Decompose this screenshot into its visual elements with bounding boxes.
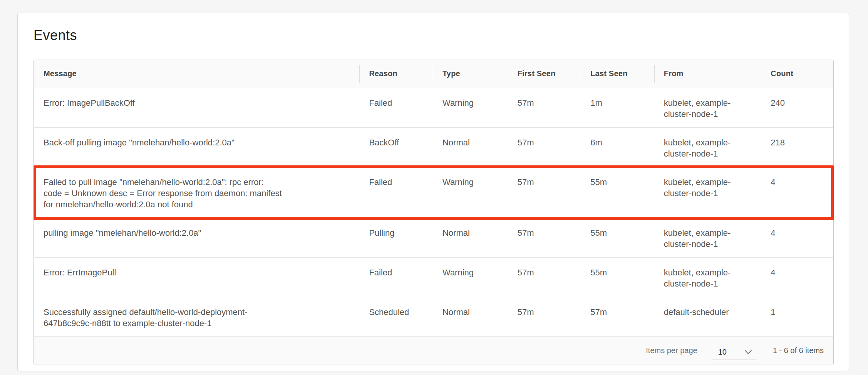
cell-count: 1 (761, 297, 833, 337)
cell-text: 57m (590, 307, 647, 318)
cell-text: Back-off pulling image "nmelehan/hello-w… (44, 137, 282, 148)
pagination-range: 1 - 6 of 6 items (773, 346, 824, 355)
cell-message: Error: ImagePullBackOff (34, 88, 359, 127)
page-title: Events (34, 26, 849, 44)
cell-text: Normal (442, 227, 500, 238)
cell-text: kubelet, example-cluster-node-1 (664, 227, 754, 250)
cell-reason: Failed (359, 88, 433, 127)
cell-text: 57m (518, 177, 573, 188)
items-per-page-label: Items per page (646, 346, 697, 355)
cell-reason: Failed (359, 167, 433, 218)
cell-first_seen: 57m (508, 127, 581, 167)
cell-type: Warning (433, 88, 508, 127)
events-table: MessageReasonTypeFirst SeenLast SeenFrom… (34, 60, 833, 337)
cell-text: kubelet, example-cluster-node-1 (664, 97, 754, 120)
cell-type: Normal (433, 297, 508, 337)
cell-text: Failed to pull image "nmelehan/hello-wor… (44, 177, 282, 210)
cell-text: Scheduled (369, 307, 425, 318)
cell-text: default-scheduler (664, 307, 754, 318)
cell-text: 218 (771, 137, 826, 148)
cell-from: default-scheduler (654, 297, 761, 337)
cell-reason: Failed (359, 257, 433, 297)
cell-from: kubelet, example-cluster-node-1 (654, 167, 761, 218)
cell-reason: Pulling (359, 218, 433, 257)
cell-reason: Scheduled (359, 297, 433, 337)
table-row: Error: ErrImagePullFailedWarning57m55mku… (34, 257, 833, 297)
cell-message: Failed to pull image "nmelehan/hello-wor… (34, 167, 359, 218)
column-header-last_seen: Last Seen (581, 60, 654, 88)
cell-message: Back-off pulling image "nmelehan/hello-w… (34, 127, 359, 167)
cell-last_seen: 55m (581, 257, 654, 297)
cell-text: Failed (369, 177, 425, 188)
cell-count: 4 (761, 218, 833, 257)
cell-from: kubelet, example-cluster-node-1 (654, 257, 761, 297)
cell-text: BackOff (369, 137, 425, 148)
table-row: Successfully assigned default/hello-worl… (34, 297, 833, 337)
cell-first_seen: 57m (508, 167, 581, 218)
cell-last_seen: 55m (581, 218, 654, 257)
cell-text: 57m (518, 97, 573, 108)
cell-text: 55m (590, 177, 647, 188)
table-row: pulling image "nmelehan/hello-world:2.0a… (34, 218, 833, 257)
cell-text: kubelet, example-cluster-node-1 (664, 177, 754, 199)
cell-first_seen: 57m (508, 297, 581, 337)
cell-text: 57m (518, 307, 573, 318)
chevron-down-icon (744, 350, 752, 355)
cell-type: Warning (433, 167, 508, 218)
page-viewport: Events MessageReasonTypeFirst SeenLast S… (0, 0, 868, 375)
cell-first_seen: 57m (508, 257, 581, 297)
cell-type: Normal (433, 218, 508, 257)
cell-text: 1 (771, 307, 826, 318)
cell-text: 1m (590, 97, 647, 108)
cell-text: 240 (771, 97, 826, 108)
cell-message: Successfully assigned default/hello-worl… (34, 297, 359, 337)
cell-text: Pulling (369, 227, 425, 238)
events-card: Events MessageReasonTypeFirst SeenLast S… (17, 13, 849, 371)
cell-reason: BackOff (359, 127, 433, 167)
column-header-from: From (654, 60, 761, 88)
cell-last_seen: 55m (581, 167, 654, 218)
column-header-first_seen: First Seen (508, 60, 581, 88)
datagrid-footer: Items per page 10 1 - 6 of 6 items (34, 337, 833, 365)
cell-text: 57m (518, 137, 573, 148)
cell-text: Normal (442, 307, 500, 318)
cell-text: pulling image "nmelehan/hello-world:2.0a… (44, 227, 282, 238)
cell-message: Error: ErrImagePull (34, 257, 359, 297)
cell-count: 218 (761, 127, 833, 167)
cell-text: Normal (442, 137, 500, 148)
cell-from: kubelet, example-cluster-node-1 (654, 127, 761, 167)
events-datagrid: MessageReasonTypeFirst SeenLast SeenFrom… (34, 60, 834, 365)
table-row: Failed to pull image "nmelehan/hello-wor… (34, 167, 833, 218)
column-header-reason: Reason (359, 60, 433, 88)
cell-text: kubelet, example-cluster-node-1 (664, 137, 754, 159)
cell-text: Warning (442, 97, 500, 108)
table-header-row: MessageReasonTypeFirst SeenLast SeenFrom… (34, 60, 833, 88)
cell-from: kubelet, example-cluster-node-1 (654, 218, 761, 257)
cell-type: Normal (433, 127, 508, 167)
cell-last_seen: 1m (581, 88, 654, 127)
cell-text: kubelet, example-cluster-node-1 (664, 267, 754, 289)
cell-type: Warning (433, 257, 508, 297)
column-header-count: Count (761, 60, 833, 88)
cell-text: 57m (518, 267, 573, 278)
items-per-page-value: 10 (718, 348, 727, 357)
column-header-message: Message (34, 60, 359, 88)
cell-first_seen: 57m (508, 88, 581, 127)
column-header-type: Type (433, 60, 508, 88)
cell-text: 55m (590, 267, 647, 278)
cell-first_seen: 57m (508, 218, 581, 257)
cell-text: Warning (442, 267, 500, 278)
cell-text: 4 (771, 267, 826, 278)
cell-count: 240 (761, 88, 833, 127)
cell-from: kubelet, example-cluster-node-1 (654, 88, 761, 127)
cell-last_seen: 6m (581, 127, 654, 167)
cell-text: Failed (369, 267, 425, 278)
cell-count: 4 (761, 167, 833, 218)
cell-count: 4 (761, 257, 833, 297)
cell-text: 6m (590, 137, 647, 148)
cell-text: 57m (518, 227, 573, 238)
cell-text: 4 (771, 227, 826, 238)
items-per-page-select[interactable]: 10 (712, 348, 756, 360)
cell-last_seen: 57m (581, 297, 654, 337)
cell-message: pulling image "nmelehan/hello-world:2.0a… (34, 218, 359, 257)
